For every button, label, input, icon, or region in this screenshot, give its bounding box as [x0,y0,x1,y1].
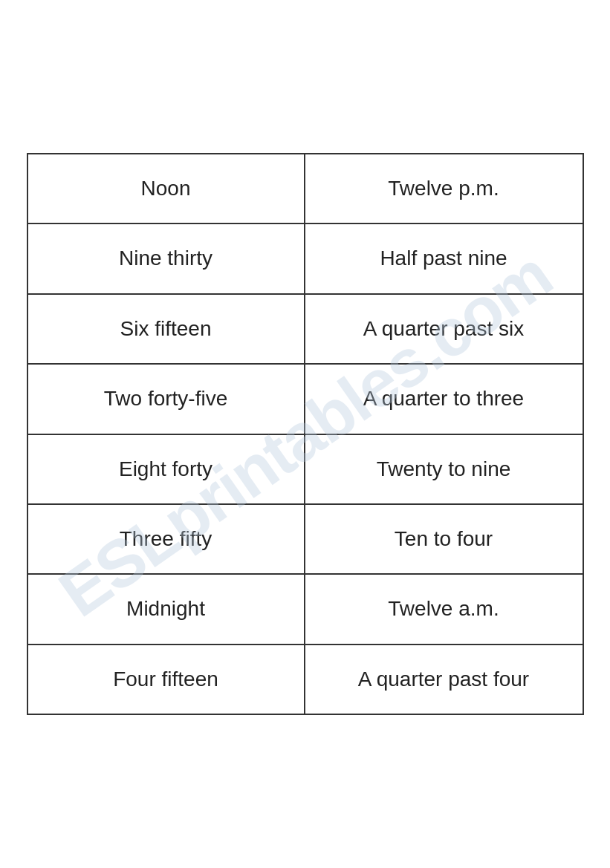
cell-right-4: Twenty to nine [305,435,583,503]
cell-right-1: Half past nine [305,224,583,293]
cell-right-5: Ten to four [305,505,583,573]
time-table: NoonTwelve p.m.Nine thirtyHalf past nine… [27,153,584,715]
table-row: NoonTwelve p.m. [28,154,583,224]
table-row: Four fifteenA quarter past four [28,645,583,714]
table-row: MidnightTwelve a.m. [28,575,583,645]
table-row: Nine thirtyHalf past nine [28,224,583,294]
cell-right-6: Twelve a.m. [305,575,583,643]
cell-right-2: A quarter past six [305,295,583,363]
cell-left-4: Eight forty [28,435,305,503]
table-row: Six fifteenA quarter past six [28,295,583,365]
table-row: Three fiftyTen to four [28,505,583,575]
page-container: ESLprintables.com NoonTwelve p.m.Nine th… [0,0,610,868]
cell-left-7: Four fifteen [28,645,305,714]
cell-right-3: A quarter to three [305,365,583,433]
cell-left-6: Midnight [28,575,305,643]
table-row: Eight fortyTwenty to nine [28,435,583,505]
cell-left-0: Noon [28,154,305,223]
cell-left-2: Six fifteen [28,295,305,363]
cell-left-1: Nine thirty [28,224,305,293]
cell-left-3: Two forty-five [28,365,305,433]
cell-left-5: Three fifty [28,505,305,573]
cell-right-7: A quarter past four [305,645,583,714]
table-row: Two forty-fiveA quarter to three [28,365,583,434]
cell-right-0: Twelve p.m. [305,154,583,223]
